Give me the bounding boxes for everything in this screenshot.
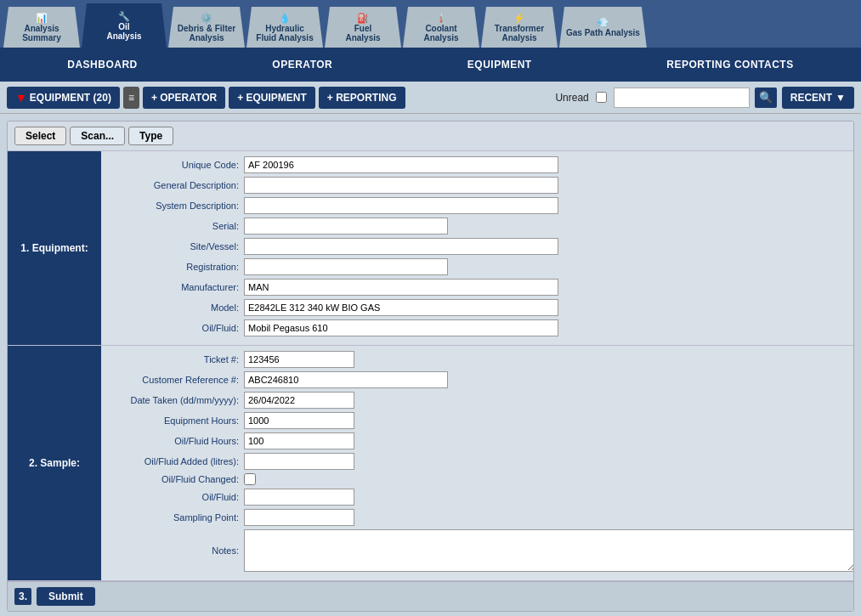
- select-button[interactable]: Select: [14, 127, 66, 145]
- equipment-count-button[interactable]: ▼ EQUIPMENT (20): [7, 87, 120, 109]
- nav-reporting-contacts[interactable]: REPORTING CONTACTS: [649, 52, 810, 77]
- ticket-label: Ticket #:: [108, 354, 244, 365]
- serial-input[interactable]: [244, 218, 448, 235]
- date-taken-input[interactable]: [244, 392, 354, 409]
- general-desc-input[interactable]: [244, 177, 558, 194]
- submit-section: 3. Submit: [8, 581, 853, 611]
- equipment-section: 1. Equipment: Unique Code: General Descr…: [8, 151, 853, 346]
- recent-button[interactable]: RECENT ▼: [782, 87, 854, 109]
- tab-analysis-summary[interactable]: 📊 AnalysisSummary: [3, 7, 80, 48]
- registration-input[interactable]: [244, 258, 448, 275]
- site-vessel-row: Site/Vessel:: [108, 238, 847, 255]
- toolbar: ▼ EQUIPMENT (20) ≡ + OPERATOR + EQUIPMEN…: [0, 82, 861, 114]
- date-taken-label: Date Taken (dd/mm/yyyy):: [108, 395, 244, 405]
- notes-textarea[interactable]: [244, 529, 854, 572]
- nav-equipment[interactable]: EQUIPMENT: [450, 52, 549, 77]
- registration-label: Registration:: [108, 262, 244, 272]
- serial-label: Serial:: [108, 221, 244, 231]
- ticket-input[interactable]: [244, 351, 354, 368]
- system-desc-input[interactable]: [244, 197, 558, 214]
- action-row: Select Scan... Type: [8, 122, 853, 151]
- second-navigation: DASHBOARD OPERATOR EQUIPMENT REPORTING C…: [0, 48, 861, 82]
- registration-row: Registration:: [108, 258, 847, 275]
- submit-section-number: 3.: [14, 588, 31, 605]
- tab-fuel-analysis[interactable]: ⛽ FuelAnalysis: [325, 7, 401, 48]
- manufacturer-input[interactable]: [244, 279, 558, 296]
- tab-gas-path-analysis[interactable]: 💨 Gas Path Analysis: [559, 7, 647, 48]
- oil-fluid2-row: Oil/Fluid:: [108, 489, 854, 506]
- tab-hydraulic-fluid[interactable]: 💧 HydraulicFluid Analysis: [246, 7, 323, 48]
- gas-path-icon: 💨: [597, 17, 609, 28]
- oil-fluid2-input[interactable]: [244, 489, 354, 506]
- tab-debris-filter[interactable]: ⚙️ Debris & FilterAnalysis: [168, 7, 245, 48]
- top-navigation: 📊 AnalysisSummary 🔧 OilAnalysis ⚙️ Debri…: [0, 0, 861, 48]
- equipment-hours-row: Equipment Hours:: [108, 412, 854, 429]
- oil-fluid-equipment-row: Oil/Fluid:: [108, 319, 847, 336]
- model-input[interactable]: [244, 299, 558, 316]
- serial-row: Serial:: [108, 218, 847, 235]
- oil-fluid-equipment-label: Oil/Fluid:: [108, 323, 244, 333]
- site-vessel-input[interactable]: [244, 238, 558, 255]
- add-equipment-button[interactable]: + EQUIPMENT: [229, 87, 315, 109]
- notes-row: Notes:: [108, 529, 854, 572]
- sample-section-label: 2. Sample:: [8, 346, 101, 580]
- unread-checkbox[interactable]: [596, 92, 607, 103]
- menu-button[interactable]: ≡: [123, 87, 139, 109]
- form-panel: Select Scan... Type 1. Equipment: Unique…: [7, 121, 854, 612]
- oil-fluid-hours-input[interactable]: [244, 432, 354, 449]
- oil-fluid-added-input[interactable]: [244, 453, 354, 470]
- date-taken-row: Date Taken (dd/mm/yyyy):: [108, 392, 854, 409]
- sampling-point-input[interactable]: [244, 509, 354, 526]
- customer-ref-label: Customer Reference #:: [108, 375, 244, 385]
- equipment-section-label: 1. Equipment:: [8, 151, 101, 345]
- customer-ref-input[interactable]: [244, 371, 448, 388]
- oil-fluid-changed-checkbox[interactable]: [244, 473, 256, 485]
- transformer-icon: ⚡: [513, 13, 525, 24]
- oil-fluid-changed-label: Oil/Fluid Changed:: [108, 474, 244, 484]
- unique-code-row: Unique Code:: [108, 156, 847, 173]
- sample-section: 2. Sample: Ticket #: Customer Reference …: [8, 346, 853, 581]
- manufacturer-label: Manufacturer:: [108, 282, 244, 292]
- oil-fluid-added-row: Oil/Fluid Added (litres):: [108, 453, 854, 470]
- tab-coolant-analysis[interactable]: 🌡️ CoolantAnalysis: [403, 7, 479, 48]
- oil-fluid-added-label: Oil/Fluid Added (litres):: [108, 456, 244, 466]
- oil-fluid-hours-label: Oil/Fluid Hours:: [108, 436, 244, 446]
- search-input[interactable]: [614, 88, 750, 108]
- red-triangle-icon: ▼: [15, 91, 27, 105]
- add-reporting-button[interactable]: + REPORTING: [319, 87, 405, 109]
- notes-label: Notes:: [108, 545, 244, 556]
- main-content: Select Scan... Type 1. Equipment: Unique…: [0, 114, 861, 616]
- sampling-point-label: Sampling Point:: [108, 512, 244, 523]
- general-desc-row: General Description:: [108, 177, 847, 194]
- customer-ref-row: Customer Reference #:: [108, 371, 854, 388]
- oil-analysis-icon: 🔧: [118, 11, 130, 22]
- sample-fields: Ticket #: Customer Reference #: Date Tak…: [101, 346, 854, 580]
- tab-oil-analysis[interactable]: 🔧 OilAnalysis: [82, 3, 167, 48]
- tab-transformer-analysis[interactable]: ⚡ TransformerAnalysis: [481, 7, 558, 48]
- submit-button[interactable]: Submit: [37, 587, 95, 606]
- system-desc-label: System Description:: [108, 201, 244, 211]
- model-row: Model:: [108, 299, 847, 316]
- equipment-hours-input[interactable]: [244, 412, 354, 429]
- ticket-row: Ticket #:: [108, 351, 854, 368]
- nav-dashboard[interactable]: DASHBOARD: [50, 52, 155, 77]
- unread-label: Unread: [555, 92, 588, 104]
- unique-code-label: Unique Code:: [108, 160, 244, 170]
- fuel-icon: ⛽: [357, 13, 369, 24]
- oil-fluid-equipment-input[interactable]: [244, 319, 558, 336]
- scan-button[interactable]: Scan...: [70, 127, 125, 145]
- search-button[interactable]: 🔍: [755, 88, 777, 108]
- toolbar-right: Unread 🔍 RECENT ▼: [555, 87, 854, 109]
- add-operator-button[interactable]: + OPERATOR: [143, 87, 225, 109]
- type-button[interactable]: Type: [128, 127, 173, 145]
- analysis-summary-icon: 📊: [36, 13, 48, 24]
- equipment-hours-label: Equipment Hours:: [108, 415, 244, 426]
- site-vessel-label: Site/Vessel:: [108, 241, 244, 251]
- recent-dropdown-icon: ▼: [836, 92, 846, 104]
- oil-fluid-changed-row: Oil/Fluid Changed:: [108, 473, 854, 485]
- nav-operator[interactable]: OPERATOR: [255, 52, 349, 77]
- debris-filter-icon: ⚙️: [201, 13, 212, 24]
- oil-fluid2-label: Oil/Fluid:: [108, 492, 244, 502]
- manufacturer-row: Manufacturer:: [108, 279, 847, 296]
- unique-code-input[interactable]: [244, 156, 558, 173]
